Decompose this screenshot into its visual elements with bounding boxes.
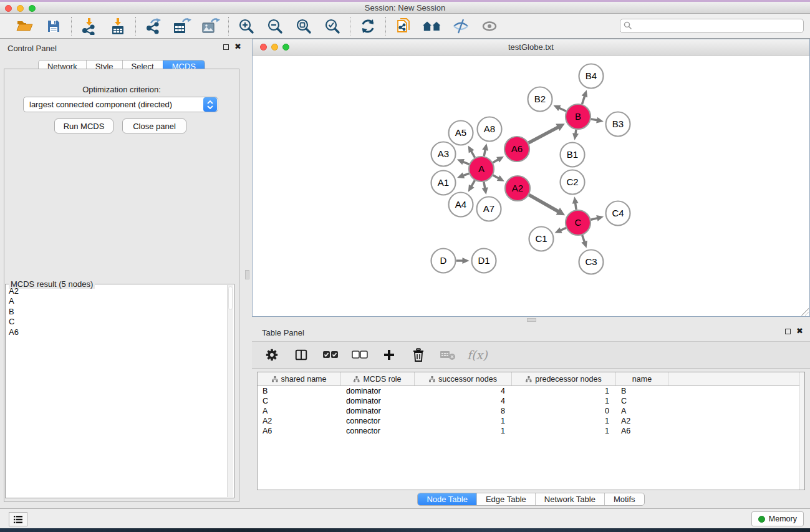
float-panel-icon[interactable] — [223, 44, 229, 50]
result-item-b[interactable]: B — [6, 307, 227, 317]
cell-predecessor-nodes[interactable]: 0 — [512, 406, 616, 416]
column-header-predecessor-nodes[interactable]: predecessor nodes — [512, 372, 616, 385]
cell-successor-nodes[interactable]: 1 — [415, 426, 512, 436]
import-network-icon[interactable] — [79, 16, 99, 36]
cell-successor-nodes[interactable]: 4 — [415, 396, 512, 406]
graph-edge-c-c1[interactable] — [561, 228, 566, 230]
graph-edge-a2-c[interactable] — [529, 195, 558, 211]
import-table-icon[interactable] — [108, 16, 128, 36]
graph-edge-a-a8[interactable] — [484, 150, 485, 157]
resize-grip-icon[interactable] — [801, 308, 809, 316]
column-header-successor-nodes[interactable]: successor nodes — [415, 372, 512, 385]
network-canvas[interactable]: B4B2BB3B1A5A8A6A3AA1A2C2A4A7C4CC1C3DD1 — [253, 56, 809, 316]
export-image-icon[interactable] — [201, 16, 221, 36]
table-scrollbar[interactable] — [799, 372, 804, 490]
horizontal-splitter[interactable] — [252, 317, 810, 323]
column-header-mcds-role[interactable]: MCDS role — [341, 372, 415, 385]
close-panel-icon[interactable]: ✖ — [234, 42, 241, 51]
cell-shared-name[interactable]: B — [258, 386, 341, 396]
graph-edge-c-c2[interactable] — [576, 203, 577, 210]
graph-edge-b-b3[interactable] — [591, 119, 597, 120]
table-row[interactable]: A2connector11A2 — [258, 416, 804, 426]
table-row[interactable]: A6connector11A6 — [258, 426, 804, 436]
tab-motifs[interactable]: Motifs — [604, 493, 644, 505]
cell-name[interactable]: A — [616, 406, 668, 416]
cell-successor-nodes[interactable]: 8 — [415, 406, 512, 416]
zoom-in-icon[interactable] — [236, 16, 256, 36]
graph-edge-c-c4[interactable] — [591, 218, 597, 220]
vertical-splitter[interactable] — [243, 39, 252, 508]
unselect-all-columns-icon[interactable] — [350, 345, 370, 365]
graph-edge-a-a6[interactable] — [493, 160, 498, 163]
network-window-titlebar[interactable]: testGlobe.txt — [253, 39, 809, 56]
cell-mcds-role[interactable]: connector — [341, 426, 415, 436]
table-row[interactable]: Adominator80A — [258, 406, 804, 416]
refresh-styles-icon[interactable] — [358, 16, 378, 36]
hide-graphics-details-icon[interactable] — [451, 16, 471, 36]
graph-edge-a-a2[interactable] — [493, 175, 499, 178]
cell-name[interactable]: A2 — [616, 416, 668, 426]
result-scrollbar[interactable] — [227, 285, 233, 497]
cell-successor-nodes[interactable]: 4 — [415, 386, 512, 396]
node-table[interactable]: shared nameMCDS rolesuccessor nodesprede… — [257, 372, 805, 490]
cell-name[interactable]: C — [616, 396, 668, 406]
show-columns-icon[interactable] — [291, 345, 311, 365]
cell-shared-name[interactable]: A2 — [258, 416, 341, 426]
table-row[interactable]: Cdominator41C — [258, 396, 804, 406]
save-session-icon[interactable] — [44, 16, 64, 36]
cell-name[interactable]: B — [616, 386, 668, 396]
zoom-fit-icon[interactable] — [294, 16, 314, 36]
table-row[interactable]: Bdominator41B — [258, 386, 804, 396]
export-network-icon[interactable] — [143, 16, 163, 36]
export-table-icon[interactable] — [172, 16, 192, 36]
graph-edge-a-a5[interactable] — [471, 151, 475, 158]
run-mcds-button[interactable]: Run MCDS — [54, 118, 113, 133]
criterion-select[interactable]: largest connected component (directed) — [23, 97, 218, 112]
close-panel-button[interactable]: Close panel — [122, 118, 186, 133]
create-column-icon[interactable] — [379, 345, 399, 365]
graph-edge-b-b1[interactable] — [576, 130, 576, 134]
result-item-a6[interactable]: A6 — [6, 327, 227, 337]
cell-mcds-role[interactable]: dominator — [341, 406, 415, 416]
cell-shared-name[interactable]: A6 — [258, 426, 341, 436]
cell-mcds-role[interactable]: connector — [341, 416, 415, 426]
graph-edge-a-a4[interactable] — [471, 180, 475, 186]
delete-column-icon[interactable] — [408, 345, 428, 365]
cell-predecessor-nodes[interactable]: 1 — [512, 386, 616, 396]
graph-edge-b-b2[interactable] — [559, 108, 566, 111]
splitter-grip[interactable] — [527, 318, 536, 322]
zoom-selected-icon[interactable] — [322, 16, 342, 36]
cell-predecessor-nodes[interactable]: 1 — [512, 396, 616, 406]
tab-network-table[interactable]: Network Table — [535, 493, 604, 505]
new-network-from-file-icon[interactable] — [393, 16, 413, 36]
tab-edge-table[interactable]: Edge Table — [476, 493, 535, 505]
cell-mcds-role[interactable]: dominator — [341, 386, 415, 396]
graph-edge-a-a1[interactable] — [463, 173, 470, 176]
table-settings-gear-icon[interactable] — [262, 345, 282, 365]
zoom-out-icon[interactable] — [265, 16, 285, 36]
open-session-icon[interactable] — [15, 16, 35, 36]
search-input[interactable] — [620, 19, 804, 33]
cell-predecessor-nodes[interactable]: 1 — [512, 416, 616, 426]
graph-edge-a-a3[interactable] — [463, 162, 469, 164]
task-history-button[interactable] — [9, 512, 27, 526]
graph-edge-b-b4[interactable] — [582, 96, 584, 104]
result-item-a2[interactable]: A2 — [6, 286, 227, 296]
cell-successor-nodes[interactable]: 1 — [415, 416, 512, 426]
memory-button[interactable]: Memory — [751, 511, 804, 526]
float-panel-icon[interactable] — [785, 329, 791, 334]
cell-shared-name[interactable]: A — [258, 406, 341, 416]
graph-edge-a-a7[interactable] — [484, 182, 485, 188]
column-header-name[interactable]: name — [616, 372, 668, 385]
apply-layout-icon[interactable] — [422, 16, 442, 36]
cell-shared-name[interactable]: C — [258, 396, 341, 406]
result-item-c[interactable]: C — [6, 317, 227, 327]
graph-edge-c-c3[interactable] — [582, 235, 585, 242]
cell-name[interactable]: A6 — [616, 426, 668, 436]
splitter-grip[interactable] — [245, 270, 249, 279]
column-header-shared-name[interactable]: shared name — [258, 372, 341, 385]
cell-mcds-role[interactable]: dominator — [341, 396, 415, 406]
cell-predecessor-nodes[interactable]: 1 — [512, 426, 616, 436]
tab-node-table[interactable]: Node Table — [418, 493, 476, 505]
graph-edge-a6-b[interactable] — [529, 127, 559, 143]
